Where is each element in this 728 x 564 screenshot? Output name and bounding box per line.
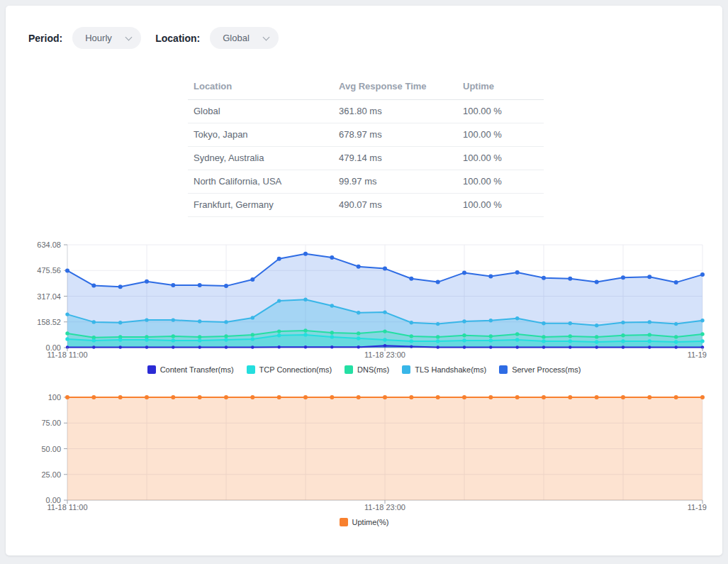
data-point[interactable] <box>489 338 493 342</box>
data-point[interactable] <box>65 395 69 399</box>
data-point[interactable] <box>516 345 519 348</box>
data-point[interactable] <box>91 284 96 288</box>
data-point[interactable] <box>224 334 228 338</box>
data-point[interactable] <box>65 268 69 272</box>
legend-item[interactable]: DNS(ms) <box>345 365 389 374</box>
data-point[interactable] <box>462 395 466 399</box>
data-point[interactable] <box>595 345 598 348</box>
data-point[interactable] <box>357 345 360 348</box>
data-point[interactable] <box>383 344 386 347</box>
data-point[interactable] <box>410 345 413 348</box>
data-point[interactable] <box>674 395 678 399</box>
data-point[interactable] <box>172 334 175 338</box>
data-point[interactable] <box>410 339 413 343</box>
data-point[interactable] <box>277 329 281 333</box>
location-select[interactable]: Global <box>210 27 279 49</box>
data-point[interactable] <box>330 331 334 334</box>
data-point[interactable] <box>225 345 228 348</box>
data-point[interactable] <box>357 336 360 340</box>
data-point[interactable] <box>515 270 520 275</box>
data-point[interactable] <box>172 345 174 348</box>
data-point[interactable] <box>674 322 678 326</box>
data-point[interactable] <box>171 283 175 287</box>
data-point[interactable] <box>118 321 122 324</box>
data-point[interactable] <box>303 328 307 332</box>
data-point[interactable] <box>92 345 95 348</box>
data-point[interactable] <box>436 395 440 399</box>
data-point[interactable] <box>489 345 492 348</box>
data-point[interactable] <box>595 324 598 327</box>
data-point[interactable] <box>303 333 307 336</box>
data-point[interactable] <box>357 395 361 399</box>
data-point[interactable] <box>595 340 598 343</box>
data-point[interactable] <box>277 333 281 337</box>
legend-item[interactable]: Content Transfer(ms) <box>147 365 234 374</box>
data-point[interactable] <box>224 338 228 341</box>
data-point[interactable] <box>250 277 254 282</box>
data-point[interactable] <box>172 338 175 342</box>
data-point[interactable] <box>65 312 69 316</box>
data-point[interactable] <box>621 395 625 399</box>
data-point[interactable] <box>383 267 387 271</box>
response-time-chart[interactable]: 0.00158.52317.04475.56634.0811-18 11:001… <box>6 240 722 364</box>
data-point[interactable] <box>65 337 69 341</box>
data-point[interactable] <box>700 332 704 336</box>
data-point[interactable] <box>330 304 334 307</box>
data-point[interactable] <box>330 335 334 338</box>
data-point[interactable] <box>674 335 678 338</box>
data-point[interactable] <box>621 339 625 343</box>
data-point[interactable] <box>462 270 466 275</box>
data-point[interactable] <box>462 319 466 323</box>
data-point[interactable] <box>224 284 228 288</box>
data-point[interactable] <box>198 338 201 342</box>
data-point[interactable] <box>542 395 546 399</box>
data-point[interactable] <box>648 345 651 348</box>
data-point[interactable] <box>383 329 386 333</box>
data-point[interactable] <box>277 299 281 302</box>
data-point[interactable] <box>542 339 545 343</box>
data-point[interactable] <box>700 319 704 322</box>
data-point[interactable] <box>251 337 254 341</box>
data-point[interactable] <box>569 334 572 338</box>
legend-item[interactable]: TCP Connection(ms) <box>247 365 332 374</box>
data-point[interactable] <box>436 280 440 284</box>
data-point[interactable] <box>145 280 149 284</box>
data-point[interactable] <box>621 321 625 324</box>
data-point[interactable] <box>383 310 386 314</box>
data-point[interactable] <box>410 334 413 338</box>
data-point[interactable] <box>488 395 493 399</box>
data-point[interactable] <box>542 321 545 325</box>
data-point[interactable] <box>621 333 625 337</box>
data-point[interactable] <box>383 338 386 341</box>
data-point[interactable] <box>251 316 254 319</box>
data-point[interactable] <box>224 320 228 324</box>
data-point[interactable] <box>145 318 148 321</box>
data-point[interactable] <box>92 338 96 342</box>
data-point[interactable] <box>250 395 254 399</box>
data-point[interactable] <box>489 334 493 338</box>
data-point[interactable] <box>568 395 572 399</box>
legend-item[interactable]: TLS Handshake(ms) <box>402 365 486 374</box>
data-point[interactable] <box>198 335 201 338</box>
legend-item[interactable]: Uptime(%) <box>340 518 389 526</box>
data-point[interactable] <box>251 333 254 336</box>
data-point[interactable] <box>436 322 439 326</box>
data-point[interactable] <box>145 345 148 348</box>
data-point[interactable] <box>278 345 281 348</box>
data-point[interactable] <box>462 333 466 337</box>
data-point[interactable] <box>700 395 705 399</box>
data-point[interactable] <box>621 275 625 280</box>
data-point[interactable] <box>595 280 599 284</box>
data-point[interactable] <box>277 257 281 261</box>
data-point[interactable] <box>436 335 439 338</box>
data-point[interactable] <box>648 333 651 336</box>
data-point[interactable] <box>542 345 545 348</box>
data-point[interactable] <box>542 335 545 338</box>
data-point[interactable] <box>119 345 122 348</box>
data-point[interactable] <box>675 345 678 348</box>
data-point[interactable] <box>118 395 123 399</box>
data-point[interactable] <box>303 298 307 302</box>
data-point[interactable] <box>700 272 705 277</box>
data-point[interactable] <box>304 345 307 348</box>
data-point[interactable] <box>198 345 201 348</box>
